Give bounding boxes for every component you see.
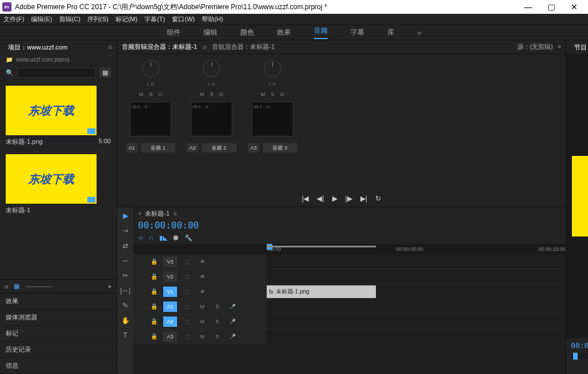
menu-file[interactable]: 文件(F) [3,15,24,24]
mixer-tab-track[interactable]: 音轨混合器：未标题-1 [212,43,275,51]
program-scrubber[interactable] [571,354,588,358]
zoom-slider[interactable]: ○───── [25,283,52,290]
play-icon[interactable]: ▶ [332,194,337,203]
solo-icon[interactable]: S [213,304,222,310]
slip-tool-icon[interactable]: |↔| [120,287,130,295]
toggle-output-icon[interactable]: ⬚ [183,319,192,325]
menu-title[interactable]: 字幕(T) [144,15,165,24]
ws-editing[interactable]: 编辑 [203,28,217,37]
tab-history[interactable]: 历史记录 [0,342,117,358]
o-toggle[interactable]: O [280,91,284,97]
track-label[interactable]: A2 [163,316,177,327]
selection-tool-icon[interactable]: ▶ [123,212,128,220]
pan-knob[interactable] [203,60,220,77]
toggle-output-icon[interactable]: ⬚ [183,289,192,295]
ws-libraries[interactable]: 库 [387,28,394,37]
panel-menu-icon[interactable]: ≡ [173,210,176,217]
ws-titles[interactable]: 字幕 [351,28,364,37]
pan-knob[interactable] [264,60,281,77]
close-button[interactable]: ✕ [563,0,586,14]
add-marker-icon[interactable]: ⬢ [173,234,179,242]
type-tool-icon[interactable]: T [123,331,127,339]
link-icon[interactable]: ∩ [149,234,153,242]
rate-tool-icon[interactable]: ↔ [122,257,129,265]
settings-icon[interactable]: 🔧 [185,234,193,242]
lock-icon[interactable]: 🔒 [151,258,157,265]
timeline-timecode[interactable]: 00:00:00:00 [138,220,199,231]
project-item[interactable]: 东坡下载 未标题-1 [6,154,111,215]
lock-icon[interactable]: 🔒 [151,333,157,339]
scrubber-playhead[interactable] [573,353,578,360]
project-item[interactable]: 东坡下载 未标题-1.png5:00 [6,86,111,146]
search-scope-icon[interactable]: ▦ [99,67,111,78]
work-area-bar[interactable] [267,246,376,247]
hand-tool-icon[interactable]: ✋ [121,316,130,325]
track-label[interactable]: A1 [163,302,177,312]
menu-window[interactable]: 窗口(W) [172,15,195,24]
ws-effects[interactable]: 效果 [277,28,291,37]
loop-icon[interactable]: ↻ [375,194,381,203]
track-label[interactable]: A3 [163,331,177,342]
solo-toggle[interactable]: S [210,91,213,97]
mixer-tab-clip[interactable]: 音频剪辑混合器：未标题-1 [122,43,197,51]
voice-icon[interactable]: 🎤 [228,334,237,339]
toggle-output-icon[interactable]: ⬚ [183,274,192,280]
lock-icon[interactable]: 🔒 [151,273,157,280]
goto-in-icon[interactable]: |◀ [302,194,309,203]
lock-icon[interactable]: 🔒 [151,318,157,325]
channel-name[interactable]: 音频 2 [202,143,236,152]
overflow-icon[interactable]: » [558,43,561,51]
audio-track[interactable]: 🔒A1⬚MS🎤 [133,299,566,314]
track-select-tool-icon[interactable]: ⇢ [122,227,128,235]
track-label[interactable]: V2 [163,272,177,282]
pan-knob[interactable] [142,60,159,77]
list-view-icon[interactable]: ≡ [5,283,8,290]
sequence-name[interactable]: 未标题-1 [145,209,170,218]
program-viewport[interactable]: 东坡下载 [566,54,588,338]
toggle-output-icon[interactable]: ⬚ [183,304,192,310]
ws-audio[interactable]: 音频 [314,26,328,39]
tab-info[interactable]: 信息 [0,358,117,374]
menu-sequence[interactable]: 序列(S) [87,15,109,24]
mute-icon[interactable]: M [198,319,207,325]
track-label[interactable]: V1 [163,287,177,297]
marker-icon[interactable]: ▮◣ [159,234,167,242]
mute-toggle[interactable]: M [261,91,266,97]
menu-edit[interactable]: 编辑(E) [31,15,52,24]
minimize-button[interactable]: — [517,0,540,14]
track-label[interactable]: V3 [163,257,177,267]
panel-menu-icon[interactable]: ≡ [109,44,112,51]
close-seq-icon[interactable]: × [138,210,141,217]
razor-tool-icon[interactable]: ✂ [122,272,128,280]
icon-view-icon[interactable]: ▦ [14,283,20,290]
menu-help[interactable]: 帮助(H) [202,15,223,24]
solo-toggle[interactable]: S [271,91,274,97]
panel-menu-icon[interactable]: ≡ [203,44,206,51]
voice-icon[interactable]: 🎤 [228,304,237,310]
solo-icon[interactable]: S [213,334,222,339]
pen-tool-icon[interactable]: ✎ [122,302,128,310]
new-bin-icon[interactable]: ▸ [109,283,112,290]
ws-color[interactable]: 颜色 [240,28,254,37]
toggle-output-icon[interactable]: ⬚ [183,259,192,265]
lock-icon[interactable]: 🔒 [151,288,157,295]
toggle-output-icon[interactable]: ⬚ [183,334,192,339]
tab-effects[interactable]: 效果 [0,293,117,310]
menu-marker[interactable]: 标记(M) [116,15,138,24]
snap-icon[interactable]: ⊹ [138,234,143,242]
timeline-clip[interactable]: fx未标题-1.png [267,285,376,298]
eye-icon[interactable]: 👁 [198,289,207,295]
mute-toggle[interactable]: M [139,91,144,97]
solo-toggle[interactable]: S [149,91,152,97]
step-fwd-icon[interactable]: |▶ [345,194,352,203]
video-track[interactable]: 🔒V2⬚👁 [133,269,566,284]
video-track[interactable]: 🔒V3⬚👁 [133,254,566,269]
audio-track[interactable]: 🔒A3⬚MS🎤 [133,329,566,344]
audio-track[interactable]: 🔒A2⬚MS🎤 [133,314,566,329]
channel-name[interactable]: 音频 3 [263,143,297,152]
menu-clip[interactable]: 剪辑(C) [59,15,80,24]
goto-out-icon[interactable]: ▶| [360,194,367,203]
channel-name[interactable]: 音频 1 [141,143,175,152]
ws-overflow-icon[interactable]: » [417,29,421,37]
tab-media-browser[interactable]: 媒体浏览器 [0,310,117,326]
